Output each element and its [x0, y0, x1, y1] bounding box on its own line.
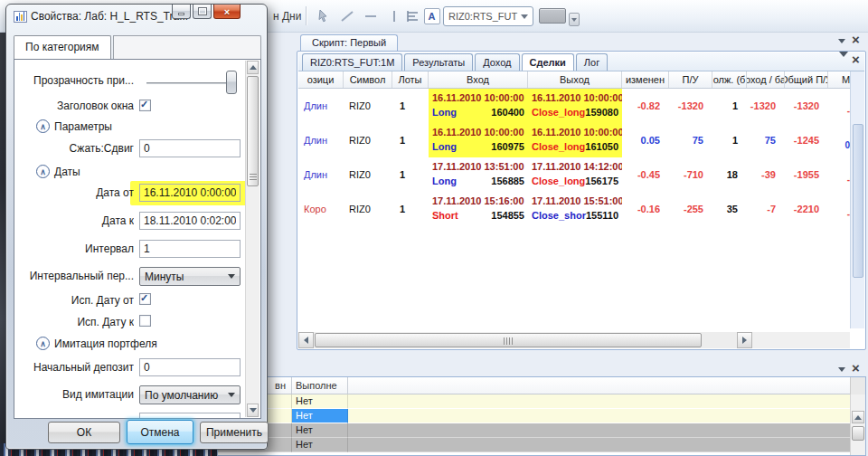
ok-button[interactable]: ОК [48, 422, 120, 443]
initial-deposit-label: Начальный депозит [18, 361, 134, 374]
date-to-input[interactable] [139, 212, 241, 230]
use-date-from-checkbox[interactable]: ✓ [139, 293, 151, 305]
transparency-slider[interactable] [146, 82, 237, 85]
tab-Лог[interactable]: Лог [576, 53, 608, 71]
window-title-checkbox[interactable]: ✓ [139, 100, 151, 111]
tab-Результаты[interactable]: Результаты [404, 53, 473, 71]
orders-vertical-scrollbar[interactable] [850, 394, 865, 455]
close-button[interactable]: × [213, 5, 241, 19]
tab-RIZ0:RTS_FUT:1M[interactable]: RIZ0:RTS_FUT:1M [302, 53, 402, 71]
collapse-icon: ∧ [36, 165, 50, 178]
toolbar-separator [306, 6, 307, 25]
timeframe-label[interactable]: н Дни [273, 10, 301, 23]
text-tool-icon[interactable]: A [421, 6, 442, 26]
orders-panel-close-icon[interactable]: × [852, 363, 860, 374]
tab-Доход[interactable]: Доход [475, 53, 519, 71]
scrollbar-thumb[interactable] [315, 333, 702, 347]
minimize-button[interactable] [172, 5, 191, 19]
scroll-up-arrow-icon[interactable] [852, 411, 864, 423]
portfolio-group-label: Имитация портфеля [54, 337, 157, 350]
symbol-select[interactable]: RIZ0:RTS_FUT [443, 6, 533, 26]
interval-period-select[interactable]: Минуты [139, 267, 241, 286]
scrollbar-thumb[interactable] [247, 76, 259, 186]
cancel-button[interactable]: Отмена [127, 420, 193, 444]
order-row[interactable]: Нет [218, 438, 865, 452]
imitation-kind-select[interactable]: По умолчанию [139, 385, 241, 404]
scroll-up-arrow-icon[interactable] [247, 61, 259, 74]
clipped-input[interactable] [139, 413, 241, 419]
trade-row[interactable]: ДлинRIZ0116.11.2010 10:00:00Long16040016… [298, 89, 851, 123]
dialog-tabstrip: По категориям [14, 33, 261, 59]
trade-row[interactable]: КороRIZ0117.11.2010 15:16:00Short1548551… [298, 192, 851, 226]
order-row[interactable]: Нет [218, 394, 865, 409]
trendline-tool-icon[interactable] [336, 6, 357, 26]
trades-column-header[interactable]: олж. (б [712, 71, 747, 88]
tab-by-categories[interactable]: По категориям [14, 35, 111, 59]
tab-Сделки[interactable]: Сделки [522, 53, 574, 71]
scroll-down-arrow-icon[interactable] [247, 404, 259, 417]
transparency-label: Прозрачность при... [18, 74, 134, 87]
initial-deposit-input[interactable] [139, 358, 241, 376]
trades-column-header[interactable]: изменен [622, 71, 669, 88]
trades-column-header[interactable]: Выход [528, 71, 622, 88]
order-row[interactable]: Нет [218, 423, 865, 438]
restore-button[interactable] [193, 5, 212, 19]
use-date-to-checkbox[interactable]: ✓ [139, 315, 151, 327]
compress-label: Сжать:Сдвиг [18, 142, 134, 155]
levels-tool-icon[interactable] [401, 6, 422, 26]
tabs-pin-icon[interactable] [839, 57, 848, 73]
dialog-title: Свойства: Лаб: H_L_RTS_Tra... [31, 10, 188, 23]
tabs-close-icon[interactable]: × [852, 54, 860, 65]
orders-panel-menu-icon[interactable] [838, 367, 845, 372]
trades-table: озициСимволЛотыВходВыходизмененП/Уолж. (… [298, 71, 851, 328]
tab-script[interactable]: Скрипт: Первый [300, 34, 398, 52]
orders-panel: вн Выполне НетНетНетНет [217, 376, 866, 456]
chevron-down-icon [228, 274, 235, 279]
trades-vertical-scrollbar[interactable] [850, 71, 864, 328]
symbol-select-value: RIZ0:RTS_FUT [448, 11, 517, 22]
dialog-scrollbar[interactable] [245, 61, 259, 417]
trades-column-header[interactable]: озици [298, 71, 344, 88]
script-panel: RIZ0:RTS_FUT:1MРезультатыДоходСделкиЛог … [297, 51, 866, 350]
apply-button[interactable]: Применить [200, 422, 269, 443]
check-icon: ✓ [140, 100, 150, 109]
trades-column-header[interactable]: оход / ба [747, 71, 785, 88]
scrollbar-thumb[interactable] [853, 124, 863, 278]
interval-label: Интервал [18, 242, 134, 255]
chevron-down-icon [521, 14, 528, 19]
cursor-tool-icon[interactable] [313, 6, 334, 26]
compress-input[interactable] [139, 139, 241, 157]
dates-group-expander[interactable]: ∧ Даты [36, 165, 80, 178]
trades-column-header[interactable]: Вход [429, 71, 528, 88]
params-group-expander[interactable]: ∧ Параметры [36, 119, 112, 133]
script-panel-menu-icon[interactable] [838, 39, 845, 43]
script-panel-close-icon[interactable]: × [852, 34, 860, 45]
interval-input[interactable] [139, 240, 241, 258]
trades-column-header[interactable]: Лоты [392, 71, 429, 88]
trade-row[interactable]: ДлинRIZ0117.11.2010 13:51:00Long15688517… [298, 157, 851, 192]
scroll-left-arrow-icon[interactable] [298, 332, 314, 348]
interval-period-label: Интервальный пер... [18, 270, 134, 282]
orders-body: НетНетНетНет [218, 394, 865, 452]
trades-column-header[interactable]: Символ [344, 71, 392, 88]
dates-group-label: Даты [54, 166, 80, 178]
trades-horizontal-scrollbar[interactable] [298, 332, 850, 348]
interval-period-value: Минуты [145, 271, 184, 283]
order-row[interactable]: Нет [218, 409, 865, 423]
scroll-right-arrow-icon[interactable] [737, 332, 752, 348]
orders-column-header[interactable]: Выполне [292, 377, 348, 394]
window-title-label: Заголовок окна [18, 100, 134, 112]
trades-column-header[interactable]: М [828, 71, 851, 88]
trades-column-header[interactable]: Общий П/У [785, 71, 828, 88]
chart-icon [14, 11, 27, 23]
scrollbar-thumb[interactable] [852, 426, 864, 441]
portfolio-group-expander[interactable]: ∧ Имитация портфеля [36, 337, 157, 350]
dialog-titlebar[interactable]: Свойства: Лаб: H_L_RTS_Tra... × [6, 5, 267, 28]
trades-column-header[interactable]: П/У [669, 71, 712, 88]
horizontal-line-tool-icon[interactable] [360, 6, 381, 26]
trade-row[interactable]: ДлинRIZ0116.11.2010 10:00:00Long16097516… [298, 123, 851, 157]
color-swatch-button[interactable] [539, 8, 566, 24]
date-from-input[interactable] [139, 184, 241, 202]
toolbar-overflow-button[interactable] [569, 13, 580, 26]
slider-thumb[interactable] [226, 71, 237, 94]
